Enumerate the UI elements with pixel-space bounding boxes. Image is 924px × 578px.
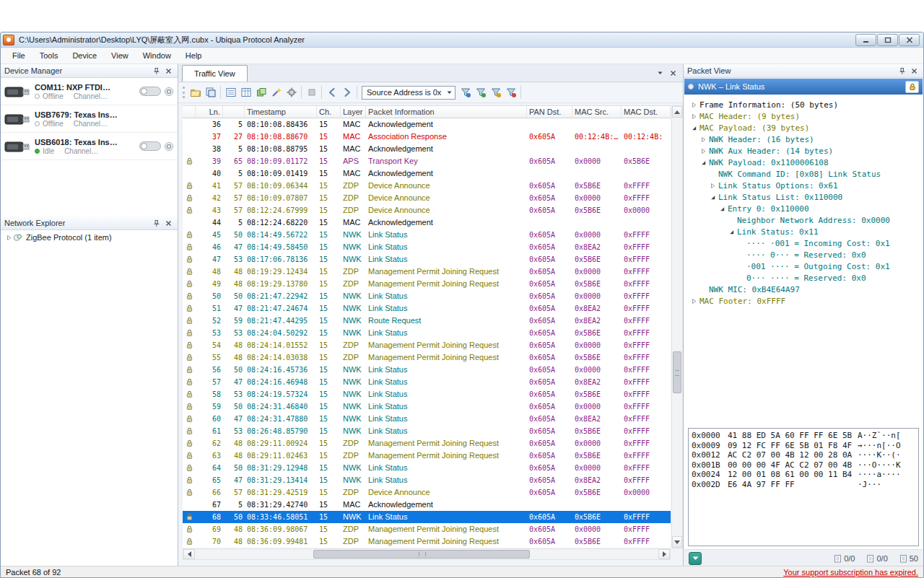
open-file-icon[interactable] (188, 85, 203, 100)
subscription-expired-link[interactable]: Your support subscription has expired. (783, 568, 918, 577)
scroll-up-button[interactable] (672, 106, 682, 118)
network-explorer-item[interactable]: ZigBee Protocol (1 item) (1, 230, 178, 245)
save-file-icon[interactable] (203, 85, 218, 100)
hex-row[interactable]: 0x002412 00 01 08 61 00 00 11 B4····a···… (692, 470, 915, 480)
packet-row-62[interactable]: 624808:29:11.0092415ZDPManagement Permit… (183, 437, 671, 450)
menu-file[interactable]: File (5, 48, 32, 63)
collapse-arrow-icon[interactable] (709, 194, 717, 201)
packet-row-69[interactable]: 694808:36:09.9806715ZDPManagement Permit… (183, 523, 671, 535)
tree-node[interactable]: 0··· ···· = Reserved: 0x0 (684, 272, 923, 284)
packet-row-36[interactable]: 36508:10:08.8843615MACAcknowledgement (183, 118, 671, 131)
decode-wand-icon[interactable] (269, 85, 284, 100)
packet-row-56[interactable]: 565008:24:16.4573615NWKLink Status0x605A… (183, 364, 671, 376)
packet-row-49[interactable]: 494808:19:29.1378015ZDPManagement Permit… (183, 278, 671, 290)
filter-green-icon[interactable] (473, 85, 488, 100)
packet-row-70[interactable]: 704808:36:09.9948115ZDPManagement Permit… (183, 535, 671, 548)
titlebar[interactable]: C:\Users\Administrator\Desktop\LYQ\屏蔽室入网… (1, 32, 923, 48)
expand-arrow-icon[interactable] (690, 102, 698, 108)
close-icon[interactable] (163, 66, 174, 76)
device-enable-toggle[interactable] (139, 141, 174, 152)
tree-node[interactable]: Link Status List: 0x110000 (684, 191, 923, 203)
tree-node[interactable]: NWK Header: (16 bytes) (684, 133, 923, 145)
packet-row-63[interactable]: 634808:29:11.0246315ZDPManagement Permit… (183, 450, 671, 462)
packet-row-53[interactable]: 535308:24:04.5029215NWKLink Status0x605A… (183, 327, 671, 339)
packet-row-38[interactable]: 38508:10:08.8879515MACAcknowledgement (183, 143, 671, 155)
close-icon[interactable] (163, 218, 174, 228)
tree-node[interactable]: Entry 0: 0x110000 (684, 203, 923, 214)
tree-node[interactable]: Frame Information: (50 bytes) (684, 99, 923, 110)
filter-red-icon[interactable] (503, 85, 518, 100)
menu-tools[interactable]: Tools (32, 48, 66, 63)
col-channel[interactable]: Ch. (317, 106, 341, 118)
columns-icon[interactable] (238, 85, 253, 100)
packet-row-48[interactable]: 484808:19:29.1243415ZDPManagement Permit… (183, 266, 671, 278)
tree-node[interactable]: NWK Command ID: [0x08] Link Status (684, 168, 923, 180)
close-tab-button[interactable] (667, 68, 679, 79)
menu-device[interactable]: Device (65, 48, 104, 63)
tree-node[interactable]: ···· ·001 = Incoming Cost: 0x1 (684, 237, 923, 249)
hex-row[interactable]: 0x000041 88 ED 5A 60 FF FF 6E 5BA··Z`··n… (692, 431, 915, 441)
packet-row-44[interactable]: 44508:12:24.6822015MACAcknowledgement (183, 216, 671, 229)
hex-panel-dropdown-button[interactable] (689, 552, 702, 565)
collapse-arrow-icon[interactable] (699, 159, 707, 166)
power-ring-icon[interactable] (164, 87, 174, 97)
packet-row-46[interactable]: 464708:14:49.5845015NWKLink Status0x605A… (183, 241, 671, 253)
packet-row-45[interactable]: 455008:14:49.5672215NWKLink Status0x605A… (183, 229, 671, 241)
expand-arrow-icon[interactable] (5, 235, 13, 241)
scroll-down-button[interactable] (672, 536, 682, 548)
col-mac-src[interactable]: MAC Src. (572, 106, 622, 118)
go-forward-icon[interactable] (339, 85, 354, 100)
maximize-button[interactable] (877, 34, 898, 46)
device-item[interactable]: USB7679: Texas Ins…OfflineChannel… (1, 105, 178, 133)
tree-node[interactable]: ···· 0··· = Reserved: 0x0 (684, 249, 923, 260)
packet-row-54[interactable]: 544808:24:14.0155215ZDPManagement Permit… (183, 339, 671, 351)
col-pan-dst[interactable]: PAN Dst. (527, 106, 572, 118)
packet-row-58[interactable]: 585308:24:19.5732415NWKLink Status0x605A… (183, 388, 671, 400)
toggle-knob[interactable] (141, 143, 147, 149)
collapse-arrow-icon[interactable] (718, 206, 726, 212)
tree-node[interactable]: Link Status: 0x11 (684, 226, 923, 237)
packet-row-60[interactable]: 604708:24:31.4788015NWKLink Status0x605A… (183, 413, 671, 425)
menu-help[interactable]: Help (178, 48, 209, 63)
tab-list-dropdown-button[interactable] (654, 68, 666, 79)
col-ln[interactable]: Ln. (196, 106, 223, 118)
hex-row[interactable]: 0x002DE6 4A 97 FF FF·J··· (692, 480, 915, 490)
power-ring-icon[interactable] (164, 141, 174, 152)
packet-row-68[interactable]: 685008:33:46.5805115NWKLink Status0x605A… (183, 511, 671, 523)
close-icon[interactable] (909, 66, 920, 76)
options-gear-icon[interactable] (284, 85, 299, 100)
tab-traffic-view[interactable]: Traffic View (182, 65, 248, 82)
toolbar-grip[interactable] (183, 87, 185, 98)
expand-arrow-icon[interactable] (699, 136, 707, 143)
packet-row-65[interactable]: 654708:31:29.1341415NWKLink Status0x605A… (183, 474, 671, 486)
packet-row-64[interactable]: 645008:31:29.1294815NWKLink Status0x605A… (183, 462, 671, 474)
menu-window[interactable]: Window (136, 48, 178, 63)
source-address-filter-combo[interactable]: Source Address is 0x (362, 86, 456, 100)
packet-row-50[interactable]: 505008:21:47.2294215NWKLink Status0x605A… (183, 290, 671, 302)
packet-row-42[interactable]: 425708:10:09.0780715ZDPDevice Announce0x… (183, 192, 671, 204)
scroll-right-button[interactable] (658, 549, 670, 559)
tree-node[interactable]: NWK MIC: 0xB4E64A97 (684, 284, 923, 295)
expand-arrow-icon[interactable] (709, 183, 717, 189)
packet-row-51[interactable]: 514708:21:47.2467415NWKLink Status0x605A… (183, 302, 671, 315)
packet-row-55[interactable]: 554808:24:14.0303815ZDPManagement Permit… (183, 351, 671, 364)
packet-row-47[interactable]: 475308:17:06.7813615NWKLink Status0x605A… (183, 253, 671, 266)
tree-node[interactable]: NWK Payload: 0x1100006108 (684, 157, 923, 168)
toggle-track[interactable] (139, 141, 161, 151)
packet-row-57[interactable]: 574708:24:16.4694815NWKLink Status0x605A… (183, 376, 671, 388)
menu-view[interactable]: View (104, 48, 136, 63)
packet-row-67[interactable]: 67508:31:29.4274015MACAcknowledgement (183, 499, 671, 511)
device-enable-toggle[interactable] (139, 87, 174, 97)
device-item[interactable]: COM11: NXP FTDI…OfflineChannel… (1, 78, 178, 105)
col-lock[interactable] (183, 106, 196, 118)
pin-icon[interactable] (151, 218, 162, 228)
close-button[interactable] (899, 34, 920, 46)
tree-node[interactable]: ·001 ···· = Outgoing Cost: 0x1 (684, 260, 923, 272)
expand-arrow-icon[interactable] (690, 298, 698, 305)
packet-row-59[interactable]: 595008:24:31.4684015NWKLink Status0x605A… (183, 400, 671, 413)
packet-row-40[interactable]: 40508:10:09.0141915MACAcknowledgement (183, 167, 671, 180)
col-mac-dst[interactable]: MAC Dst. (622, 106, 671, 118)
packet-row-41[interactable]: 415708:10:09.0634415ZDPDevice Announce0x… (183, 180, 671, 192)
stop-capture-icon[interactable] (304, 85, 319, 100)
scroll-left-button[interactable] (183, 549, 195, 559)
